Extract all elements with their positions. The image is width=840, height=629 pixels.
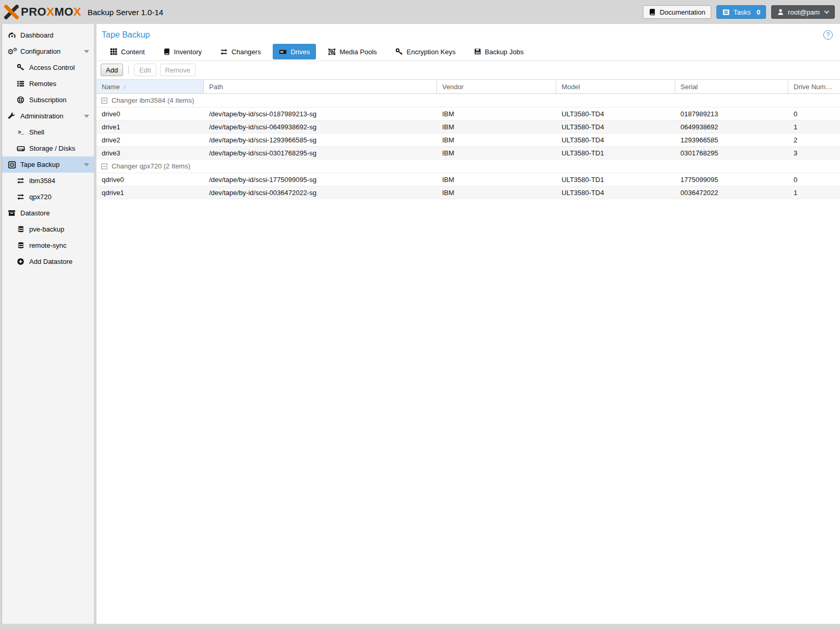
cell-model: ULT3580-TD4 (556, 186, 675, 199)
collapse-caret-icon[interactable] (84, 163, 89, 166)
group-header-qpx720[interactable]: Changer qpx720 (2 Items) (96, 160, 840, 173)
tab-backup-jobs[interactable]: Backup Jobs (468, 44, 530, 59)
cell-path: /dev/tape/by-id/scsi-0187989213-sg (204, 107, 437, 120)
sidebar-item-remote-sync[interactable]: remote-sync (2, 237, 94, 253)
sidebar-item-label: qpx720 (29, 193, 52, 201)
sidebar-item-remotes[interactable]: Remotes (2, 76, 94, 92)
sidebar-item-pve-backup[interactable]: pve-backup (2, 221, 94, 237)
book-icon (649, 8, 656, 16)
tab-label: Content (121, 48, 145, 56)
terminal-icon: >_ (16, 129, 25, 136)
sidebar-item-label: Tape Backup (20, 161, 59, 168)
collapse-caret-icon[interactable] (84, 50, 89, 53)
cell-drive-number: 0 (788, 107, 840, 120)
user-label: root@pam (788, 8, 820, 16)
sidebar-item-ibm3584[interactable]: ibm3584 (2, 173, 94, 189)
collapse-caret-icon[interactable] (84, 115, 89, 118)
list-icon (16, 80, 25, 88)
cell-serial: 0301768295 (675, 147, 788, 159)
cell-path: /dev/tape/by-id/scsi-0036472022-sg (204, 186, 437, 199)
sidebar-item-label: Access Control (29, 64, 75, 71)
column-header-name[interactable]: Name ↑ (96, 80, 204, 93)
cell-vendor: IBM (437, 173, 556, 186)
key-icon (395, 48, 403, 56)
user-menu-button[interactable]: root@pam (771, 5, 835, 19)
cell-path: /dev/tape/by-id/scsi-1293966585-sg (204, 134, 437, 146)
cell-serial: 1293966585 (675, 134, 788, 146)
sidebar-item-label: Subscription (29, 96, 67, 104)
tab-label: Encryption Keys (407, 48, 456, 56)
sidebar-item-configuration[interactable]: ⚙⚙ Configuration (2, 43, 94, 59)
page-title: Tape Backup (102, 30, 150, 40)
sidebar-item-label: Add Datastore (29, 258, 72, 265)
sidebar-item-datastore[interactable]: Datastore (2, 205, 94, 221)
sidebar-item-label: Dashboard (20, 31, 54, 39)
sidebar-item-subscription[interactable]: Subscription (2, 92, 94, 108)
tab-media-pools[interactable]: Media Pools (322, 44, 383, 59)
collapse-minus-icon[interactable] (101, 163, 108, 170)
column-header-serial[interactable]: Serial (675, 80, 788, 93)
table-row[interactable]: qdrive1 /dev/tape/by-id/scsi-0036472022-… (96, 186, 840, 199)
lifering-icon (16, 96, 25, 104)
cell-vendor: IBM (437, 186, 556, 199)
cell-drive-number: 1 (788, 120, 840, 133)
tab-encryption-keys[interactable]: Encryption Keys (389, 44, 462, 59)
sidebar-item-administration[interactable]: Administration (2, 108, 94, 124)
sidebar-item-storage-disks[interactable]: Storage / Disks (2, 140, 94, 156)
remove-button[interactable]: Remove (160, 64, 196, 76)
table-row[interactable]: drive3 /dev/tape/by-id/scsi-0301768295-s… (96, 147, 840, 160)
sidebar-item-label: Remotes (29, 80, 56, 88)
sidebar-item-access-control[interactable]: Access Control (2, 59, 94, 76)
grid-icon (110, 48, 117, 55)
sidebar-item-label: remote-sync (29, 241, 67, 249)
cell-drive-number: 1 (788, 186, 840, 199)
edit-button[interactable]: Edit (134, 64, 156, 76)
sort-asc-icon: ↑ (123, 83, 127, 91)
tab-changers[interactable]: Changers (214, 44, 267, 59)
archive-icon (7, 209, 16, 217)
add-button[interactable]: Add (101, 64, 123, 76)
table-row[interactable]: drive2 /dev/tape/by-id/scsi-1293966585-s… (96, 134, 840, 147)
cell-path: /dev/tape/by-id/scsi-0649938692-sg (204, 120, 437, 133)
tape-drive-icon (279, 48, 287, 56)
sidebar-item-qpx720[interactable]: qpx720 (2, 189, 94, 205)
column-header-vendor[interactable]: Vendor (437, 80, 556, 93)
database-icon (16, 241, 25, 249)
table-row[interactable]: qdrive0 /dev/tape/by-id/scsi-1775099095-… (96, 173, 840, 186)
sidebar-item-tape-backup[interactable]: Tape Backup (2, 156, 94, 173)
documentation-button[interactable]: Documentation (643, 5, 711, 19)
sidebar-item-label: Shell (29, 128, 44, 136)
column-header-drive-number[interactable]: Drive Num… (788, 80, 840, 93)
exchange-icon (220, 48, 228, 56)
sidebar-item-add-datastore[interactable]: Add Datastore (2, 253, 94, 270)
exchange-icon (16, 193, 25, 201)
cell-name: drive2 (96, 134, 204, 146)
collapse-minus-icon[interactable] (101, 97, 108, 104)
table-row[interactable]: drive0 /dev/tape/by-id/scsi-0187989213-s… (96, 107, 840, 120)
column-header-path[interactable]: Path (204, 80, 437, 93)
sidebar-item-dashboard[interactable]: Dashboard (2, 27, 94, 43)
sidebar-item-label: Datastore (20, 209, 50, 217)
documentation-label: Documentation (660, 8, 705, 16)
sidebar-item-shell[interactable]: >_ Shell (2, 124, 94, 140)
help-icon[interactable]: ? (823, 30, 833, 40)
column-label: Vendor (442, 83, 464, 91)
gauge-icon (7, 31, 16, 40)
hdd-icon (16, 144, 25, 153)
cell-path: /dev/tape/by-id/scsi-1775099095-sg (204, 173, 437, 186)
column-header-model[interactable]: Model (556, 80, 675, 93)
cell-serial: 1775099095 (675, 173, 788, 186)
sidebar-item-label: pve-backup (29, 225, 64, 233)
tab-drives[interactable]: Drives (273, 44, 316, 59)
cell-model: ULT3580-TD4 (556, 134, 675, 146)
cell-model: ULT3580-TD1 (556, 147, 675, 159)
save-icon (474, 48, 481, 55)
wrench-icon (7, 112, 16, 120)
group-header-ibm3584[interactable]: Changer ibm3584 (4 Items) (96, 94, 840, 107)
tasks-button[interactable]: Tasks 0 (716, 5, 766, 19)
tab-inventory[interactable]: Inventory (157, 44, 208, 59)
tab-content[interactable]: Content (104, 44, 151, 59)
cell-model: ULT3580-TD1 (556, 173, 675, 186)
cell-vendor: IBM (437, 147, 556, 159)
table-row[interactable]: drive1 /dev/tape/by-id/scsi-0649938692-s… (96, 120, 840, 134)
